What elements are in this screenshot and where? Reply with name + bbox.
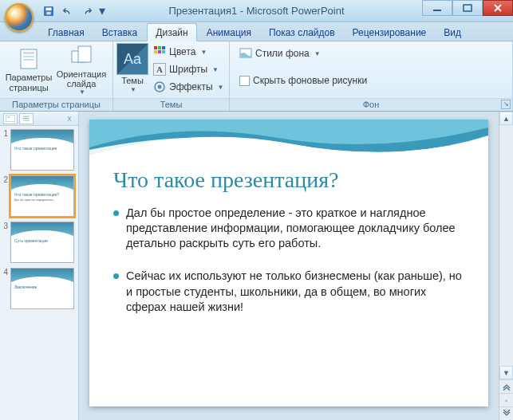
page-setup-button[interactable]: Параметры страницы (3, 43, 54, 96)
tab-animations[interactable]: Анимация (199, 24, 259, 41)
effects-label: Эффекты (169, 81, 213, 92)
svg-rect-3 (433, 10, 441, 11)
chevron-down-icon: ▼ (130, 86, 136, 93)
title-bar: ▾ Презентация1 - Microsoft PowerPoint (0, 0, 513, 22)
minimize-button[interactable] (422, 0, 452, 16)
background-styles-label: Стили фона (255, 48, 310, 59)
work-area: x 1 Что такое презентация 2 Что такое пр… (0, 112, 513, 420)
dialog-launcher-icon[interactable]: ↘ (501, 100, 511, 109)
slide-thumbnail[interactable]: Заключение (10, 268, 74, 309)
bullet-item: Сейчас их используют не только бизнесмен… (113, 269, 468, 314)
svg-rect-16 (162, 50, 165, 53)
qat-customize-icon[interactable]: ▾ (97, 3, 107, 19)
group-label-background: Фон (363, 100, 380, 109)
fonts-icon: A (153, 63, 166, 76)
page-setup-label: Параметры страницы (3, 73, 54, 92)
slide-title[interactable]: Что такое презентация? (113, 167, 464, 193)
svg-rect-11 (154, 46, 157, 49)
svg-rect-10 (78, 46, 91, 62)
hide-background-graphics-checkbox[interactable]: Скрыть фоновые рисунки (236, 72, 370, 89)
next-slide-button[interactable] (499, 406, 513, 420)
scroll-track[interactable] (499, 125, 513, 366)
slides-tab-icon[interactable] (3, 113, 18, 124)
svg-rect-20 (6, 115, 15, 122)
tab-view[interactable]: Вид (436, 24, 469, 41)
chevron-down-icon: ▼ (218, 84, 224, 91)
effects-icon (153, 80, 166, 93)
tab-home[interactable]: Главная (40, 24, 93, 41)
vertical-scrollbar: ▲ ▼ ◦ (499, 112, 513, 420)
thumbnail-row[interactable]: 1 Что такое презентация (2, 129, 77, 171)
svg-rect-15 (158, 50, 161, 53)
redo-icon[interactable] (78, 3, 96, 19)
undo-icon[interactable] (59, 3, 77, 19)
chevron-down-icon: ▼ (314, 50, 321, 57)
svg-rect-13 (162, 46, 165, 49)
fonts-label: Шрифты (169, 64, 207, 75)
theme-effects-button[interactable]: Эффекты▼ (150, 78, 227, 96)
thumbnail-list: 1 Что такое презентация 2 Что такое през… (0, 126, 78, 312)
select-browse-object-button[interactable]: ◦ (499, 393, 513, 406)
outline-tab-icon[interactable] (19, 113, 34, 124)
slides-panel: x 1 Что такое презентация 2 Что такое пр… (0, 112, 79, 420)
close-button[interactable] (483, 0, 513, 16)
group-themes: Aa Темы ▼ Цвета▼ A Шрифты▼ Эффекты▼ Те (113, 41, 230, 111)
ribbon-tabs: Главная Вставка Дизайн Анимация Показ сл… (0, 22, 513, 41)
maximize-button[interactable] (452, 0, 483, 16)
checkbox-icon (239, 76, 250, 86)
close-panel-icon[interactable]: x (64, 114, 75, 123)
slide-number: 1 (2, 129, 8, 138)
chevron-down-icon: ▼ (200, 49, 207, 56)
orientation-label: Ориентация слайда (56, 69, 107, 88)
theme-colors-button[interactable]: Цвета▼ (150, 43, 227, 61)
colors-icon (153, 45, 166, 58)
tab-design[interactable]: Дизайн (147, 23, 196, 41)
tab-slideshow[interactable]: Показ слайдов (261, 24, 343, 41)
slide-edit-area: Что такое презентация? Дал бы простое оп… (79, 112, 499, 420)
svg-rect-8 (23, 59, 34, 61)
svg-rect-7 (23, 56, 34, 57)
group-page-setup: Параметры страницы Ориентация слайда ▼ П… (0, 41, 113, 111)
office-button[interactable] (5, 3, 34, 32)
slide-orientation-button[interactable]: Ориентация слайда ▼ (56, 43, 107, 96)
chevron-down-icon: ▼ (212, 66, 219, 73)
orientation-icon (69, 43, 94, 69)
slides-panel-header: x (0, 112, 78, 126)
group-label-page-setup: Параметры страницы (0, 98, 112, 111)
scroll-up-button[interactable]: ▲ (499, 112, 513, 125)
slide-thumbnail[interactable]: Что такое презентация?Дал бы простое опр… (10, 175, 74, 217)
save-icon[interactable] (40, 3, 57, 19)
svg-rect-4 (464, 5, 472, 11)
themes-gallery[interactable]: Aa Темы ▼ (116, 43, 148, 96)
group-label-themes: Темы (160, 100, 183, 109)
slide-canvas[interactable]: Что такое презентация? Дал бы простое оп… (89, 120, 488, 406)
colors-label: Цвета (169, 46, 195, 57)
window-controls (422, 0, 513, 16)
background-styles-button[interactable]: Стили фона▼ (236, 45, 324, 62)
tab-insert[interactable]: Вставка (94, 24, 146, 41)
background-styles-icon (239, 47, 252, 60)
group-background: Стили фона▼ Скрыть фоновые рисунки Фон↘ (230, 41, 513, 111)
page-setup-icon (16, 46, 41, 72)
thumbnail-row[interactable]: 3 Суть презентации (2, 222, 77, 263)
svg-rect-6 (23, 52, 34, 54)
svg-rect-1 (46, 7, 52, 10)
svg-rect-2 (46, 11, 50, 14)
bullet-item: Дал бы простое определение - это краткое… (113, 206, 468, 251)
tab-review[interactable]: Рецензирование (345, 24, 435, 41)
scroll-down-button[interactable]: ▼ (499, 366, 513, 379)
slide-number: 2 (2, 175, 8, 184)
slide-thumbnail[interactable]: Что такое презентация (10, 129, 74, 171)
prev-slide-button[interactable] (499, 379, 513, 393)
slide-body[interactable]: Дал бы простое определение - это краткое… (113, 206, 468, 332)
theme-thumbnail-icon: Aa (116, 43, 148, 75)
chevron-down-icon: ▼ (79, 89, 85, 96)
slide-thumbnail[interactable]: Суть презентации (10, 222, 74, 263)
thumbnail-row[interactable]: 4 Заключение (2, 268, 77, 309)
slide-number: 3 (2, 222, 8, 230)
themes-label: Темы (121, 76, 144, 85)
slide-number: 4 (2, 268, 8, 277)
hide-graphics-label: Скрыть фоновые рисунки (253, 75, 367, 86)
theme-fonts-button[interactable]: A Шрифты▼ (150, 61, 227, 78)
thumbnail-row[interactable]: 2 Что такое презентация?Дал бы простое о… (2, 175, 77, 217)
